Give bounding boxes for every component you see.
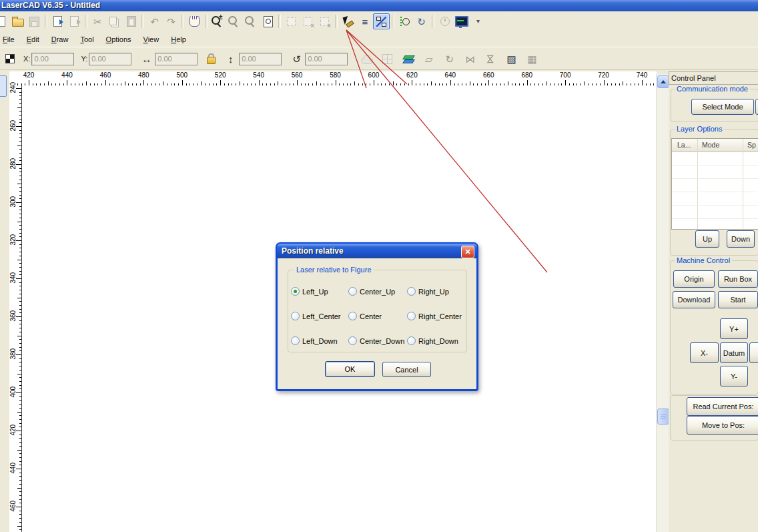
vertical-scrollbar[interactable] xyxy=(656,74,669,532)
y-input[interactable] xyxy=(89,53,131,65)
radio-circle-icon[interactable] xyxy=(407,336,416,345)
close-icon[interactable]: ✕ xyxy=(461,246,474,258)
zoom-out-icon xyxy=(226,13,243,29)
object-params-icon[interactable]: ≡ xyxy=(356,13,373,29)
scrollbar-thumb[interactable] xyxy=(657,409,669,425)
y-minus-label: Y- xyxy=(731,372,737,380)
select-mode-button[interactable]: Select Mode xyxy=(691,99,754,115)
toolbar-separator xyxy=(205,15,208,28)
radio-right_down[interactable]: Right_Down xyxy=(407,336,468,345)
jog-y-plus-button[interactable]: Y+ xyxy=(720,318,748,339)
radio-left_center[interactable]: Left_Center xyxy=(291,312,348,320)
layer-table-row xyxy=(672,179,758,192)
redo-icon: ↷ xyxy=(163,13,179,29)
preview-monitor-icon[interactable] xyxy=(453,13,470,29)
scale-icon[interactable]: ▨ xyxy=(503,51,520,67)
radio-circle-icon[interactable] xyxy=(407,287,416,296)
select-mode-label: Select Mode xyxy=(702,103,743,111)
jog-x-plus-button[interactable]: X+ xyxy=(749,342,758,363)
radio-label: Center_Up xyxy=(360,288,395,296)
layer-table[interactable]: La... Mode Sp xyxy=(671,138,758,230)
toolbar-separator xyxy=(432,15,434,28)
radio-circle-icon[interactable] xyxy=(291,336,300,345)
radio-circle-icon[interactable] xyxy=(348,312,357,320)
read-current-pos-button[interactable]: Read Current Pos: xyxy=(687,397,758,416)
layer-up-button[interactable]: Up xyxy=(695,230,719,248)
control-panel-header: Control Panel xyxy=(669,71,758,85)
dialog-titlebar[interactable]: Position relative xyxy=(277,244,477,258)
cancel-button[interactable]: Cancel xyxy=(382,362,431,377)
layer-col-header[interactable]: La... xyxy=(677,141,691,149)
menu-tool[interactable]: Tool xyxy=(74,33,99,45)
height-input[interactable] xyxy=(239,53,282,65)
jog-x-minus-button[interactable]: X- xyxy=(690,342,719,363)
thumb-grip-icon xyxy=(661,415,666,419)
menu-help[interactable]: Help xyxy=(165,33,192,45)
scroll-up-button[interactable] xyxy=(657,75,669,88)
width-input[interactable] xyxy=(155,53,198,65)
radio-circle-icon[interactable] xyxy=(348,287,357,296)
clipped-side-tool-button[interactable] xyxy=(0,75,7,97)
align-grid-icon xyxy=(379,51,396,67)
rotate-arc-icon: ↻ xyxy=(441,51,458,67)
radio-left_down[interactable]: Left_Down xyxy=(291,336,348,345)
radio-label: Center xyxy=(360,312,382,320)
layer-table-row xyxy=(672,206,758,219)
anchor-grid-icon[interactable] xyxy=(1,51,18,67)
undo-icon: ↶ xyxy=(146,13,163,29)
lock-ratio-icon[interactable] xyxy=(203,51,220,67)
mode-col-header[interactable]: Mode xyxy=(702,141,719,149)
clipped-mode-button[interactable] xyxy=(755,99,758,115)
download-button[interactable]: Download xyxy=(673,291,715,308)
menu-bar: FileEditDrawToolOptionsViewHelp xyxy=(0,31,758,47)
y-label: Y: xyxy=(81,55,87,63)
import-icon[interactable] xyxy=(49,13,66,29)
menu-file[interactable]: File xyxy=(0,33,21,45)
layers-icon[interactable] xyxy=(400,51,416,67)
start-button[interactable]: Start xyxy=(718,291,758,308)
menu-draw[interactable]: Draw xyxy=(45,33,75,45)
radio-circle-icon[interactable] xyxy=(291,287,300,296)
radio-circle-icon[interactable] xyxy=(407,312,416,320)
move-to-pos-button[interactable]: Move to Pos: xyxy=(687,416,758,435)
copy-icon xyxy=(106,13,123,29)
position-relative-icon[interactable] xyxy=(373,13,390,29)
radio-right_center[interactable]: Right_Center xyxy=(407,312,468,320)
speed-col-header[interactable]: Sp xyxy=(747,141,756,149)
menu-edit[interactable]: Edit xyxy=(21,33,45,45)
run-box-button[interactable]: Run Box xyxy=(718,270,758,288)
open-file-icon[interactable] xyxy=(9,13,26,29)
radio-circle-icon[interactable] xyxy=(291,312,300,320)
pan-hand-icon[interactable] xyxy=(186,13,203,29)
new-file-icon[interactable] xyxy=(0,13,9,29)
simulate-icon[interactable] xyxy=(396,13,413,29)
zoom-in-icon[interactable] xyxy=(210,13,226,29)
main-toolbar: ✂↶↷≡↻▾ xyxy=(0,11,758,32)
pick-tool-icon[interactable] xyxy=(340,13,356,29)
cancel-label: Cancel xyxy=(395,366,418,374)
radio-center[interactable]: Center xyxy=(348,312,407,320)
datum-button[interactable]: Datum xyxy=(720,342,748,363)
angle-input[interactable] xyxy=(305,53,348,65)
radio-circle-icon[interactable] xyxy=(348,336,357,345)
radio-right_up[interactable]: Right_Up xyxy=(407,287,468,296)
radio-left_up[interactable]: Left_Up xyxy=(291,287,348,296)
menu-view[interactable]: View xyxy=(137,33,165,45)
jog-y-minus-button[interactable]: Y- xyxy=(720,366,748,386)
layer-down-button[interactable]: Down xyxy=(727,230,755,248)
download-label: Download xyxy=(678,296,711,304)
x-label: X: xyxy=(23,55,30,63)
origin-button[interactable]: Origin xyxy=(673,270,715,288)
zoom-page-icon[interactable] xyxy=(260,13,276,29)
menu-options[interactable]: Options xyxy=(100,33,137,45)
toolbar-separator xyxy=(141,15,144,28)
window-titlebar[interactable]: LaserCAD V6.35 - Untitled xyxy=(0,0,758,11)
rotate-view-icon[interactable]: ↻ xyxy=(413,13,430,29)
ok-button[interactable]: OK xyxy=(325,361,375,377)
run-box-label: Run Box xyxy=(724,275,752,283)
toolbar-overflow-icon[interactable]: ▾ xyxy=(470,13,486,29)
radio-center_down[interactable]: Center_Down xyxy=(348,336,407,345)
radio-center_up[interactable]: Center_Up xyxy=(348,287,407,296)
x-input[interactable] xyxy=(31,53,74,65)
machine-control-group-label: Machine Control xyxy=(675,256,732,264)
